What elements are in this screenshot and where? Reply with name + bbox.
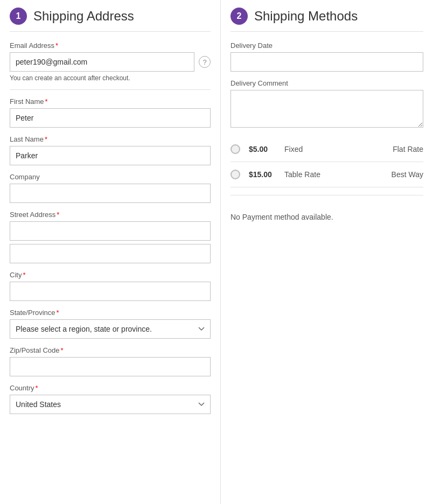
- zip-required: *: [61, 346, 64, 354]
- city-input[interactable]: [10, 282, 211, 301]
- shipping-method-radio-2[interactable]: [231, 170, 240, 179]
- lastname-required: *: [45, 135, 47, 143]
- country-label: Country*: [10, 384, 211, 392]
- shipping-method-price-2: $15.00: [249, 170, 276, 179]
- zip-group: Zip/Postal Code*: [10, 346, 211, 376]
- lastname-label: Last Name*: [10, 135, 211, 143]
- street-input-2[interactable]: [10, 244, 211, 263]
- delivery-comment-textarea[interactable]: [231, 90, 423, 128]
- divider-right: [231, 195, 423, 195]
- help-icon[interactable]: ?: [199, 56, 211, 68]
- email-row: ?: [10, 52, 211, 72]
- country-required: *: [36, 384, 38, 392]
- street-input-1[interactable]: [10, 221, 211, 241]
- shipping-method-type-1: Fixed: [284, 145, 384, 153]
- company-group: Company: [10, 173, 211, 203]
- shipping-method-price-1: $5.00: [249, 145, 276, 153]
- country-group: Country* United States: [10, 384, 211, 414]
- shipping-address-title: Shipping Address: [33, 9, 134, 24]
- lastname-group: Last Name*: [10, 135, 211, 165]
- state-group: State/Province* Please select a region, …: [10, 309, 211, 339]
- state-required: *: [57, 309, 59, 317]
- firstname-required: *: [45, 97, 48, 106]
- company-input[interactable]: [10, 184, 211, 203]
- street-label: Street Address*: [10, 211, 211, 219]
- state-label: State/Province*: [10, 309, 211, 317]
- shipping-methods-title: Shipping Methods: [254, 9, 358, 24]
- city-label: City*: [10, 271, 211, 279]
- zip-input[interactable]: [10, 357, 211, 376]
- step1-circle: 1: [10, 8, 27, 25]
- shipping-methods-panel: 2 Shipping Methods Delivery Date Deliver…: [221, 0, 433, 504]
- divider-1: [10, 89, 211, 90]
- shipping-method-name-2: Best Way: [392, 170, 423, 179]
- step2-circle: 2: [231, 8, 248, 25]
- city-required: *: [23, 271, 25, 279]
- shipping-method-radio-1[interactable]: [231, 144, 240, 154]
- city-group: City*: [10, 271, 211, 301]
- shipping-method-row-1: $5.00 Fixed Flat Rate: [231, 137, 423, 162]
- delivery-date-input[interactable]: [231, 52, 423, 72]
- country-select[interactable]: United States: [10, 395, 211, 414]
- street-group: Street Address*: [10, 211, 211, 263]
- email-group: Email Address* ? You can create an accou…: [10, 41, 211, 82]
- firstname-input[interactable]: [10, 108, 211, 128]
- shipping-method-row-2: $15.00 Table Rate Best Way: [231, 162, 423, 187]
- shipping-methods-header: 2 Shipping Methods: [231, 0, 423, 32]
- delivery-comment-group: Delivery Comment: [231, 79, 423, 129]
- firstname-group: First Name*: [10, 97, 211, 128]
- page-container: 1 Shipping Address Email Address* ? You …: [0, 0, 433, 504]
- shipping-method-type-2: Table Rate: [284, 170, 383, 179]
- shipping-method-name-1: Flat Rate: [393, 145, 423, 153]
- company-label: Company: [10, 173, 211, 181]
- street-required: *: [57, 211, 59, 219]
- shipping-address-panel: 1 Shipping Address Email Address* ? You …: [0, 0, 221, 504]
- delivery-date-label: Delivery Date: [231, 41, 423, 50]
- zip-label: Zip/Postal Code*: [10, 346, 211, 354]
- email-hint: You can create an account after checkout…: [10, 74, 211, 82]
- delivery-date-group: Delivery Date: [231, 41, 423, 72]
- email-input[interactable]: [10, 52, 194, 72]
- lastname-input[interactable]: [10, 146, 211, 165]
- state-select[interactable]: Please select a region, state or provinc…: [10, 319, 211, 339]
- no-payment-text: No Payment method available.: [231, 203, 423, 231]
- email-label: Email Address*: [10, 41, 211, 50]
- firstname-label: First Name*: [10, 97, 211, 106]
- delivery-comment-label: Delivery Comment: [231, 79, 423, 87]
- shipping-address-header: 1 Shipping Address: [10, 0, 211, 32]
- email-required: *: [55, 41, 58, 50]
